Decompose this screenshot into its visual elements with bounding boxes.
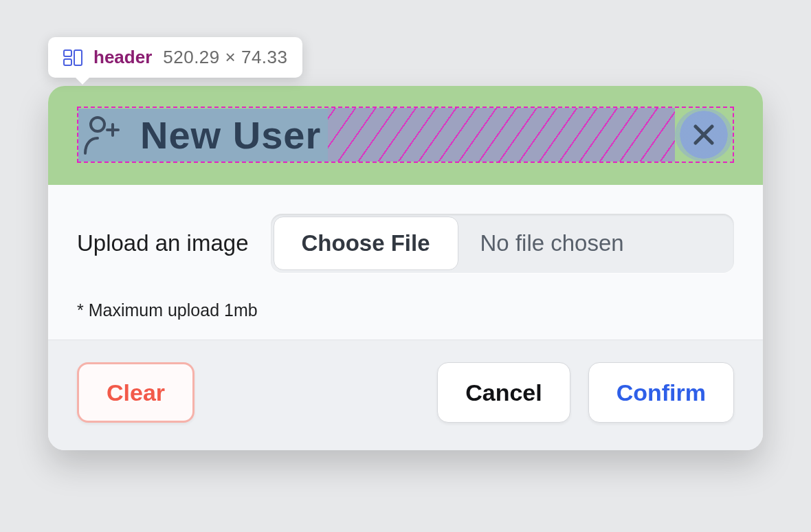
new-user-dialog: New User Upload an image Choose File No … — [48, 86, 763, 450]
header-highlight-region: New User — [77, 107, 734, 163]
devtools-element-tooltip: header 520.29 × 74.33 — [48, 37, 302, 78]
cancel-button[interactable]: Cancel — [437, 362, 570, 423]
tooltip-tag-name: header — [93, 47, 152, 68]
dialog-header: New User — [48, 86, 763, 185]
header-flex-gap-highlight — [328, 108, 675, 162]
header-title-group: New User — [78, 109, 328, 162]
add-user-icon — [81, 113, 122, 156]
choose-file-button[interactable]: Choose File — [274, 217, 458, 270]
close-icon — [690, 121, 718, 148]
close-button[interactable] — [675, 108, 733, 162]
confirm-button[interactable]: Confirm — [588, 362, 734, 423]
file-input[interactable]: Choose File No file chosen — [271, 214, 735, 273]
svg-rect-2 — [64, 59, 71, 65]
upload-note: * Maximum upload 1mb — [77, 300, 734, 320]
upload-label: Upload an image — [77, 230, 249, 256]
dialog-footer: Clear Cancel Confirm — [48, 340, 763, 450]
flexbox-icon — [63, 49, 82, 66]
svg-point-3 — [91, 118, 104, 131]
tooltip-dimensions: 520.29 × 74.33 — [163, 47, 287, 68]
svg-rect-1 — [74, 50, 82, 65]
file-status-text: No file chosen — [461, 214, 734, 273]
dialog-body: Upload an image Choose File No file chos… — [48, 185, 763, 340]
upload-row: Upload an image Choose File No file chos… — [77, 214, 734, 273]
svg-rect-0 — [64, 50, 71, 56]
clear-button[interactable]: Clear — [77, 362, 195, 423]
dialog-title: New User — [140, 113, 321, 157]
